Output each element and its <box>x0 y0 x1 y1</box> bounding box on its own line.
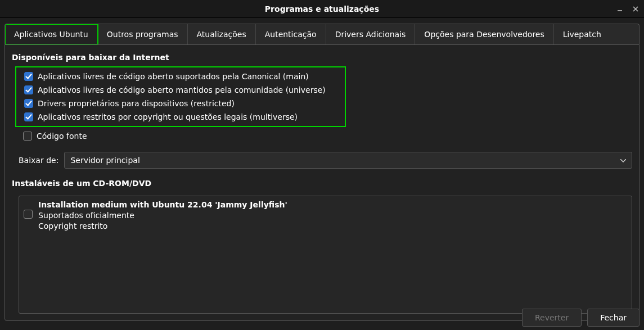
window-controls <box>615 4 641 14</box>
checkbox-universe-input[interactable] <box>24 85 33 94</box>
cdrom-item-line3: Copyright restrito <box>38 221 287 232</box>
checkbox-restricted-input[interactable] <box>24 99 33 108</box>
tab-livepatch[interactable]: Livepatch <box>554 24 610 44</box>
checkbox-restricted[interactable]: Drivers proprietários para dispositivos … <box>16 97 340 110</box>
checkbox-multiverse-input[interactable] <box>24 112 33 121</box>
tab-autenticacao[interactable]: Autenticação <box>256 24 326 44</box>
revert-button[interactable]: Reverter <box>522 309 582 327</box>
checkbox-label: Aplicativos livres de código aberto mant… <box>38 85 326 94</box>
cdrom-list[interactable]: Installation medium with Ubuntu 22.04 'J… <box>19 196 632 314</box>
checkbox-multiverse[interactable]: Aplicativos restritos por copyright ou q… <box>16 110 340 124</box>
titlebar: Programas e atualizações <box>0 0 644 18</box>
cdrom-heading: Instaláveis de um CD-ROM/DVD <box>12 179 632 188</box>
window-title: Programas e atualizações <box>265 4 379 13</box>
checkbox-label: Drivers proprietários para dispositivos … <box>38 99 235 108</box>
tab-label: Outros programas <box>107 30 178 39</box>
chevron-down-icon <box>620 157 626 164</box>
cdrom-item-title: Installation medium with Ubuntu 22.04 'J… <box>38 200 287 210</box>
minimize-icon[interactable] <box>615 4 625 14</box>
checkbox-main[interactable]: Aplicativos livres de código aberto supo… <box>16 70 340 83</box>
combo-selected: Servidor principal <box>70 156 139 165</box>
download-server-combo[interactable]: Servidor principal <box>64 152 632 169</box>
internet-checkbox-group: Aplicativos livres de código aberto supo… <box>15 66 346 127</box>
cdrom-item[interactable]: Installation medium with Ubuntu 22.04 'J… <box>24 200 627 232</box>
tab-aplicativos-ubuntu[interactable]: Aplicativos Ubuntu <box>5 24 98 44</box>
tab-label: Drivers Adicionais <box>335 30 406 39</box>
cdrom-checkbox[interactable] <box>24 210 33 219</box>
tab-outros-programas[interactable]: Outros programas <box>98 24 188 44</box>
download-label: Baixar de: <box>19 156 58 165</box>
tab-drivers-adicionais[interactable]: Drivers Adicionais <box>326 24 416 44</box>
tab-opcoes-desenvolvedores[interactable]: Opções para Desenvolvedores <box>415 24 553 44</box>
checkbox-universe[interactable]: Aplicativos livres de código aberto mant… <box>16 83 340 97</box>
checkbox-label: Código fonte <box>37 132 87 141</box>
checkbox-source-code-input[interactable] <box>23 132 32 141</box>
checkbox-main-input[interactable] <box>24 72 33 81</box>
tab-bar: Aplicativos Ubuntu Outros programas Atua… <box>4 24 640 44</box>
tab-label: Opções para Desenvolvedores <box>424 30 544 39</box>
tab-label: Livepatch <box>563 30 601 39</box>
checkbox-source-code[interactable]: Código fonte <box>12 129 632 143</box>
tab-label: Atualizações <box>197 30 246 39</box>
cdrom-item-line2: Suportados oficialmente <box>38 210 287 221</box>
tab-atualizacoes[interactable]: Atualizações <box>188 24 256 44</box>
close-button[interactable]: Fechar <box>587 309 640 327</box>
tab-panel: Disponíveis para baixar da Internet Apli… <box>4 44 640 321</box>
footer-buttons: Reverter Fechar <box>522 309 640 327</box>
download-row: Baixar de: Servidor principal <box>19 152 632 169</box>
internet-heading: Disponíveis para baixar da Internet <box>12 53 632 62</box>
checkbox-label: Aplicativos restritos por copyright ou q… <box>38 112 298 121</box>
tab-label: Aplicativos Ubuntu <box>14 30 88 39</box>
tab-label: Autenticação <box>265 30 317 39</box>
close-icon[interactable] <box>631 4 641 14</box>
checkbox-label: Aplicativos livres de código aberto supo… <box>38 72 309 81</box>
cdrom-text: Installation medium with Ubuntu 22.04 'J… <box>38 200 287 232</box>
